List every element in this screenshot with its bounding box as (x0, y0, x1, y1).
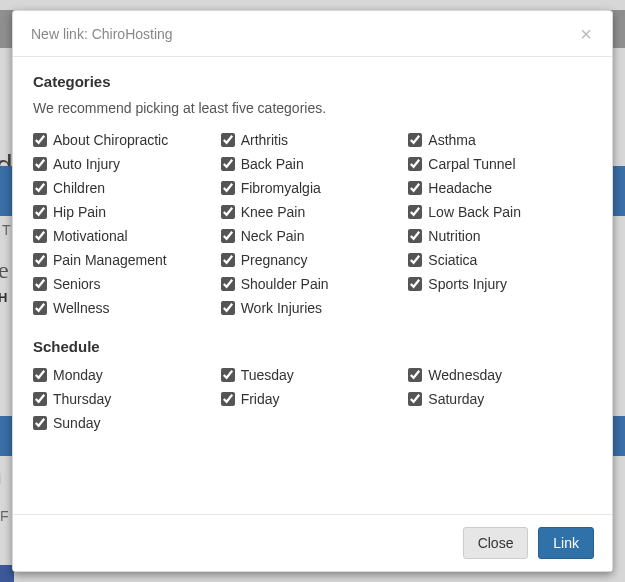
category-label-nutrition[interactable]: Nutrition (428, 226, 480, 246)
category-label-shoulder-pain[interactable]: Shoulder Pain (241, 274, 329, 294)
category-checkbox-carpal-tunnel[interactable] (408, 157, 422, 171)
category-label-arthritis[interactable]: Arthritis (241, 130, 288, 150)
category-label-back-pain[interactable]: Back Pain (241, 154, 304, 174)
category-label-work-injuries[interactable]: Work Injuries (241, 298, 322, 318)
schedule-item-saturday: Saturday (408, 389, 592, 409)
category-label-motivational[interactable]: Motivational (53, 226, 128, 246)
schedule-checkbox-wednesday[interactable] (408, 368, 422, 382)
schedule-item-friday: Friday (221, 389, 405, 409)
link-button[interactable]: Link (538, 527, 594, 559)
category-checkbox-low-back-pain[interactable] (408, 205, 422, 219)
schedule-checkbox-monday[interactable] (33, 368, 47, 382)
category-label-auto-injury[interactable]: Auto Injury (53, 154, 120, 174)
category-item-pain-management: Pain Management (33, 250, 217, 270)
schedule-label-wednesday[interactable]: Wednesday (428, 365, 502, 385)
category-item-back-pain: Back Pain (221, 154, 405, 174)
category-label-children[interactable]: Children (53, 178, 105, 198)
close-button[interactable]: Close (463, 527, 529, 559)
category-checkbox-children[interactable] (33, 181, 47, 195)
schedule-item-sunday: Sunday (33, 413, 217, 433)
schedule-label-thursday[interactable]: Thursday (53, 389, 111, 409)
category-checkbox-fibromyalgia[interactable] (221, 181, 235, 195)
category-checkbox-work-injuries[interactable] (221, 301, 235, 315)
categories-grid: About ChiropracticArthritisAsthmaAuto In… (33, 130, 592, 318)
schedule-heading: Schedule (33, 338, 592, 355)
category-item-asthma: Asthma (408, 130, 592, 150)
category-label-headache[interactable]: Headache (428, 178, 492, 198)
schedule-checkbox-friday[interactable] (221, 392, 235, 406)
category-checkbox-hip-pain[interactable] (33, 205, 47, 219)
category-item-sports-injury: Sports Injury (408, 274, 592, 294)
category-label-knee-pain[interactable]: Knee Pain (241, 202, 306, 222)
modal-footer: Close Link (13, 514, 612, 571)
modal-body: Categories We recommend picking at least… (13, 57, 612, 514)
category-label-seniors[interactable]: Seniors (53, 274, 100, 294)
category-label-hip-pain[interactable]: Hip Pain (53, 202, 106, 222)
category-item-seniors: Seniors (33, 274, 217, 294)
category-item-headache: Headache (408, 178, 592, 198)
schedule-checkbox-tuesday[interactable] (221, 368, 235, 382)
category-checkbox-back-pain[interactable] (221, 157, 235, 171)
category-label-carpal-tunnel[interactable]: Carpal Tunnel (428, 154, 515, 174)
schedule-checkbox-thursday[interactable] (33, 392, 47, 406)
category-item-low-back-pain: Low Back Pain (408, 202, 592, 222)
schedule-item-thursday: Thursday (33, 389, 217, 409)
category-checkbox-motivational[interactable] (33, 229, 47, 243)
category-checkbox-shoulder-pain[interactable] (221, 277, 235, 291)
close-icon[interactable]: × (578, 24, 594, 44)
schedule-label-friday[interactable]: Friday (241, 389, 280, 409)
category-item-sciatica: Sciatica (408, 250, 592, 270)
category-label-neck-pain[interactable]: Neck Pain (241, 226, 305, 246)
category-checkbox-neck-pain[interactable] (221, 229, 235, 243)
category-checkbox-sports-injury[interactable] (408, 277, 422, 291)
category-checkbox-knee-pain[interactable] (221, 205, 235, 219)
schedule-label-tuesday[interactable]: Tuesday (241, 365, 294, 385)
category-checkbox-arthritis[interactable] (221, 133, 235, 147)
category-item-auto-injury: Auto Injury (33, 154, 217, 174)
category-label-about-chiropractic[interactable]: About Chiropractic (53, 130, 168, 150)
category-checkbox-asthma[interactable] (408, 133, 422, 147)
category-item-wellness: Wellness (33, 298, 217, 318)
category-label-fibromyalgia[interactable]: Fibromyalgia (241, 178, 321, 198)
category-label-sciatica[interactable]: Sciatica (428, 250, 477, 270)
category-checkbox-seniors[interactable] (33, 277, 47, 291)
category-checkbox-auto-injury[interactable] (33, 157, 47, 171)
schedule-grid: MondayTuesdayWednesdayThursdayFridaySatu… (33, 365, 592, 433)
schedule-label-monday[interactable]: Monday (53, 365, 103, 385)
schedule-item-monday: Monday (33, 365, 217, 385)
category-label-pregnancy[interactable]: Pregnancy (241, 250, 308, 270)
category-item-motivational: Motivational (33, 226, 217, 246)
category-item-shoulder-pain: Shoulder Pain (221, 274, 405, 294)
schedule-checkbox-saturday[interactable] (408, 392, 422, 406)
category-checkbox-headache[interactable] (408, 181, 422, 195)
categories-subtext: We recommend picking at least five categ… (33, 100, 592, 116)
schedule-checkbox-sunday[interactable] (33, 416, 47, 430)
category-item-about-chiropractic: About Chiropractic (33, 130, 217, 150)
category-label-low-back-pain[interactable]: Low Back Pain (428, 202, 521, 222)
category-label-wellness[interactable]: Wellness (53, 298, 110, 318)
category-checkbox-pain-management[interactable] (33, 253, 47, 267)
category-item-knee-pain: Knee Pain (221, 202, 405, 222)
category-item-pregnancy: Pregnancy (221, 250, 405, 270)
category-item-arthritis: Arthritis (221, 130, 405, 150)
category-checkbox-pregnancy[interactable] (221, 253, 235, 267)
category-label-pain-management[interactable]: Pain Management (53, 250, 167, 270)
category-checkbox-nutrition[interactable] (408, 229, 422, 243)
schedule-label-sunday[interactable]: Sunday (53, 413, 100, 433)
category-checkbox-wellness[interactable] (33, 301, 47, 315)
category-label-asthma[interactable]: Asthma (428, 130, 475, 150)
category-label-sports-injury[interactable]: Sports Injury (428, 274, 507, 294)
category-checkbox-about-chiropractic[interactable] (33, 133, 47, 147)
schedule-item-wednesday: Wednesday (408, 365, 592, 385)
category-item-neck-pain: Neck Pain (221, 226, 405, 246)
schedule-item-tuesday: Tuesday (221, 365, 405, 385)
categories-heading: Categories (33, 73, 592, 90)
category-item-nutrition: Nutrition (408, 226, 592, 246)
modal-title: New link: ChiroHosting (31, 26, 578, 42)
category-item-hip-pain: Hip Pain (33, 202, 217, 222)
category-item-work-injuries: Work Injuries (221, 298, 405, 318)
modal-header: New link: ChiroHosting × (13, 11, 612, 57)
schedule-label-saturday[interactable]: Saturday (428, 389, 484, 409)
category-checkbox-sciatica[interactable] (408, 253, 422, 267)
new-link-modal: New link: ChiroHosting × Categories We r… (12, 10, 613, 572)
